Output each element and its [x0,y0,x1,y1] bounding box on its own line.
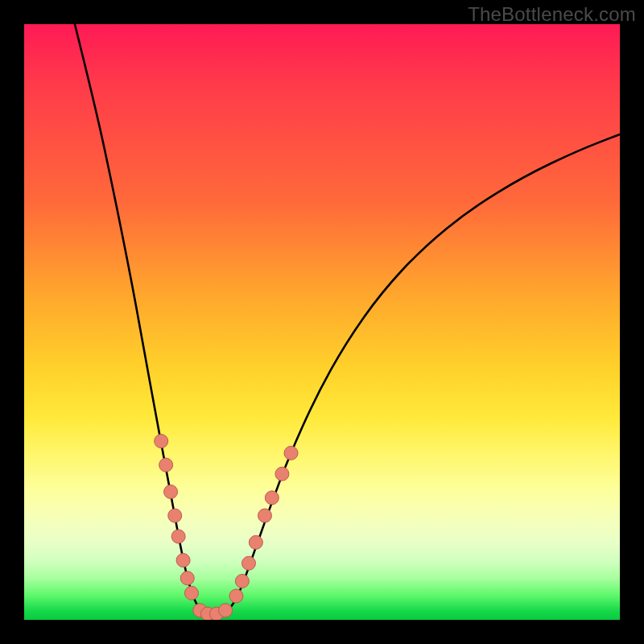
bead-marker [171,530,185,543]
bead-marker [180,572,194,585]
bead-marker [159,458,173,472]
bead-marker [155,434,168,448]
bead-marker [265,491,279,505]
bead-marker [229,589,243,603]
watermark-text: TheBottleneck.com [468,3,636,26]
bead-marker [242,556,255,570]
outer-frame: TheBottleneck.com [0,0,644,644]
bead-marker [284,446,298,460]
bead-marker [249,535,262,549]
bead-marker [275,467,289,481]
v-curve [75,24,620,616]
bead-marker [219,604,233,617]
plot-area [24,24,620,620]
chart-svg [24,24,620,620]
bead-marker [176,553,190,567]
bead-marker [184,586,198,600]
bead-marker [164,485,178,498]
bead-marker [258,509,271,522]
bead-marker [168,509,182,522]
bead-marker [235,574,249,588]
